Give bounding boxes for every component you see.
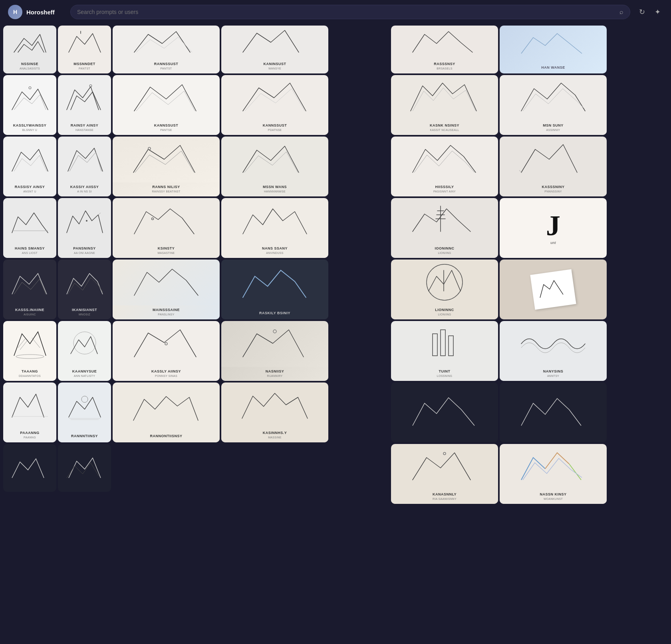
list-item[interactable]: RANNS NILISYRAINSSY BEATINST — [113, 137, 220, 196]
gallery: NSSINSEANALSASISTS MSSNNDETPANTST — [0, 24, 671, 507]
list-item[interactable]: KASSS.INAIINEAISUINC — [3, 260, 56, 319]
logo-text: Horosheff — [26, 9, 55, 16]
list-item[interactable]: NSSINSEANALSASISTS — [3, 26, 56, 73]
gallery-subcol-4b: HAN WANSE MSN SUNYASSINNIY — [500, 26, 607, 505]
app-container: H Horosheff ⌕ ↻ ✦ — [0, 0, 671, 507]
list-item[interactable]: TAAANGDDAANNTATOS — [3, 321, 56, 381]
list-item[interactable]: RANNSSUSTPANTST — [113, 26, 220, 73]
svg-point-12 — [81, 396, 88, 402]
gallery-col-1: NSSINSEANALSASISTS MSSNNDETPANTST — [3, 26, 111, 505]
svg-rect-27 — [449, 336, 453, 356]
list-item[interactable]: KAANNYSUEANN NATLISTY — [58, 321, 111, 381]
gallery-col-3: RANNSSUSTPANTST KANNSSUSTPANTSE — [113, 26, 389, 505]
list-item[interactable]: HIISSSILYPASISNNT AINY — [391, 137, 498, 196]
gallery-subcol-3b: KANINSUSTWANSYE KANNSSUSTPDATNSE — [221, 26, 328, 442]
list-item[interactable]: KASNK NSINSYKASSIT NCAUSEALL — [391, 75, 498, 135]
svg-line-6 — [18, 338, 26, 348]
svg-rect-26 — [441, 330, 445, 356]
list-item[interactable] — [58, 444, 111, 492]
search-button[interactable]: ⌕ — [619, 8, 623, 16]
list-item[interactable]: MSSN WANSHANNNNNWSE — [221, 137, 328, 196]
list-item[interactable]: RASSISY AINSYANSNT U — [3, 137, 56, 196]
list-item[interactable]: NASNIISYRUANNIRY — [221, 321, 328, 381]
gallery-col-4: RASSSNSYBRSASELS KASNK NSINSYKASSIT NCAU… — [391, 26, 668, 505]
list-item[interactable]: J unt — [500, 198, 607, 258]
list-item[interactable]: RASKILY BSINIY — [221, 260, 328, 319]
list-item[interactable]: KASSIY AIISSYA IN NS SI — [58, 137, 111, 196]
list-item[interactable]: KASSLYWAINSSYBLSNNY U — [3, 75, 56, 135]
svg-point-1 — [29, 87, 31, 89]
refresh-button[interactable]: ↻ — [637, 5, 647, 19]
header: H Horosheff ⌕ ↻ ✦ — [0, 0, 671, 24]
svg-point-18 — [273, 330, 276, 333]
list-item[interactable]: RASSSNSYBRSASELS — [391, 26, 498, 73]
gallery-subcol-3a: RANNSSUSTPANTST KANNSSUSTPANTSE — [113, 26, 220, 442]
list-item[interactable]: RANNNTIINSY — [58, 382, 111, 442]
list-item[interactable]: KASSLY AIINSYPONNSY SINAS — [113, 321, 220, 381]
list-item[interactable]: HAN WANSE — [500, 26, 607, 73]
list-item[interactable]: MAINSSSAINEPANSLINSY — [113, 260, 220, 319]
list-item[interactable]: KANNSSUSTPDATNSE — [221, 75, 328, 135]
svg-point-28 — [443, 452, 446, 455]
svg-point-16 — [152, 218, 154, 220]
svg-point-15 — [148, 147, 151, 150]
list-item[interactable]: KSINSTYMASASTINE — [113, 198, 220, 258]
list-item[interactable]: KASSSNINYPNNNSSINY — [500, 137, 607, 196]
header-actions: ↻ ✦ — [637, 5, 663, 19]
list-item[interactable]: TUINTLOSSNING — [391, 321, 498, 381]
list-item[interactable]: KANINSUSTWANSYE — [221, 26, 328, 73]
gallery-subcol-4a: RASSSNSYBRSASELS KASNK NSINSYKASSIT NCAU… — [391, 26, 498, 505]
list-item[interactable]: PAAANNGPAANNG — [3, 382, 56, 442]
search-input[interactable] — [77, 9, 615, 15]
svg-line-5 — [98, 213, 101, 215]
search-bar: ⌕ — [70, 5, 630, 19]
list-item[interactable]: RANNONTIISNSY — [113, 382, 220, 442]
list-item[interactable]: KASINNHS.YMASSINE — [221, 382, 328, 442]
svg-line-7 — [20, 340, 28, 350]
list-item[interactable]: RAINSY AINSYHANSTANSE — [58, 75, 111, 135]
list-item[interactable]: NASSN KINSYWOANKUNST — [500, 444, 607, 504]
svg-line-8 — [32, 338, 40, 348]
svg-point-9 — [16, 355, 44, 359]
list-item[interactable]: IOONINNCLIONIING — [391, 198, 498, 258]
list-item[interactable] — [500, 260, 607, 319]
svg-point-4 — [86, 220, 87, 222]
list-item[interactable] — [500, 382, 607, 442]
avatar: H — [8, 5, 22, 19]
list-item[interactable]: NANS SSANYANVINDUSS — [221, 198, 328, 258]
list-item[interactable]: IKANISIANSTMNOSIZ — [58, 260, 111, 319]
list-item[interactable] — [3, 444, 56, 492]
svg-point-17 — [165, 343, 167, 345]
list-item[interactable]: MSN SUNYASSINNIY — [500, 75, 607, 135]
list-item[interactable]: KANNSSUSTPANTSE — [113, 75, 220, 135]
list-item[interactable]: KANASNNLYRIA SAANIISNNY — [391, 444, 498, 504]
sparkle-button[interactable]: ✦ — [652, 5, 663, 19]
list-item[interactable]: PANSNINSYAA ONI AAGNE — [58, 198, 111, 258]
logo-area: H Horosheff — [8, 5, 64, 19]
list-item[interactable]: MSSNNDETPANTST — [58, 26, 111, 73]
list-item[interactable] — [391, 382, 498, 442]
list-item[interactable]: LIONINNCLIONIING — [391, 260, 498, 319]
list-item[interactable]: NANYSINSANNTSY — [500, 321, 607, 381]
svg-rect-25 — [433, 334, 437, 356]
list-item[interactable]: HAINS SMANSYANS LIOST — [3, 198, 56, 258]
